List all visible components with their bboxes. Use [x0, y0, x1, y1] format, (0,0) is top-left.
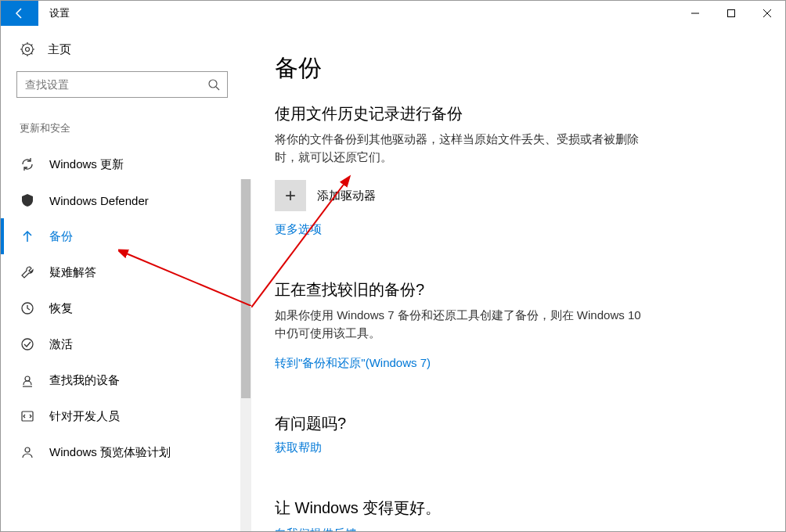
- section-text: 如果你使用 Windows 7 备份和还原工具创建了备份，则在 Windows …: [275, 307, 651, 342]
- location-icon: [20, 372, 35, 388]
- svg-point-22: [25, 448, 30, 452]
- add-drive-button[interactable]: +: [275, 180, 306, 211]
- sync-icon: [20, 156, 35, 172]
- go-to-backup-restore-link[interactable]: 转到"备份和还原"(Windows 7): [275, 356, 431, 371]
- section-title: 让 Windows 变得更好。: [275, 498, 754, 519]
- check-circle-icon: [20, 336, 35, 352]
- svg-line-10: [23, 45, 23, 45]
- section-file-history: 使用文件历史记录进行备份 将你的文件备份到其他驱动器，这样当原始文件丢失、受损或…: [275, 103, 754, 259]
- section-title: 有问题吗?: [275, 413, 754, 434]
- sidebar: 主页 更新和安全 Windows 更新 Windows Defender 备份: [1, 26, 251, 531]
- svg-point-5: [26, 48, 30, 52]
- section-text: 将你的文件备份到其他驱动器，这样当原始文件丢失、受损或者被删除时，就可以还原它们…: [275, 131, 651, 166]
- svg-point-4: [22, 44, 33, 55]
- svg-line-13: [23, 53, 23, 54]
- search-icon: [200, 78, 227, 91]
- minimize-button[interactable]: [677, 1, 713, 26]
- sidebar-item-recovery[interactable]: 恢复: [16, 290, 251, 326]
- svg-rect-1: [728, 10, 735, 17]
- nav-label: 查找我的设备: [49, 373, 120, 388]
- nav-list: Windows 更新 Windows Defender 备份 疑难解答 恢复 激…: [16, 146, 251, 470]
- history-icon: [20, 300, 35, 316]
- maximize-button[interactable]: [713, 1, 749, 26]
- window-controls: [677, 1, 785, 26]
- svg-point-19: [25, 376, 30, 381]
- sidebar-item-developers[interactable]: 针对开发人员: [16, 398, 251, 434]
- section-title: 使用文件历史记录进行备份: [275, 103, 754, 124]
- back-button[interactable]: [1, 1, 38, 26]
- titlebar: 设置: [1, 1, 785, 26]
- nav-label: Windows 更新: [49, 157, 124, 172]
- close-button[interactable]: [749, 1, 785, 26]
- add-drive-label: 添加驱动器: [317, 189, 376, 203]
- shield-icon: [20, 192, 35, 208]
- nav-label: 备份: [49, 229, 73, 244]
- nav-label: 针对开发人员: [49, 409, 120, 424]
- section-old-backup: 正在查找较旧的备份? 如果你使用 Windows 7 备份和还原工具创建了备份，…: [275, 279, 754, 393]
- nav-label: 恢复: [49, 301, 73, 316]
- nav-label: 激活: [49, 337, 73, 352]
- group-label: 更新和安全: [16, 121, 251, 135]
- nav-label: 疑难解答: [49, 265, 96, 280]
- content-area: 备份 使用文件历史记录进行备份 将你的文件备份到其他驱动器，这样当原始文件丢失、…: [251, 26, 785, 531]
- nav-label: Windows 预览体验计划: [49, 445, 171, 460]
- section-help: 有问题吗? 获取帮助: [275, 413, 754, 477]
- svg-point-14: [209, 80, 217, 88]
- search-box[interactable]: [16, 71, 228, 98]
- gear-icon: [20, 41, 35, 57]
- plus-icon: +: [285, 185, 296, 207]
- page-title: 备份: [275, 52, 754, 84]
- window-title: 设置: [49, 6, 70, 20]
- svg-line-15: [216, 87, 219, 90]
- sidebar-scrollbar[interactable]: [240, 179, 251, 531]
- svg-point-18: [22, 339, 33, 350]
- sidebar-item-defender[interactable]: Windows Defender: [16, 182, 251, 218]
- sidebar-item-windows-update[interactable]: Windows 更新: [16, 146, 251, 182]
- person-icon: [20, 444, 35, 460]
- more-options-link[interactable]: 更多选项: [275, 222, 322, 237]
- get-help-link[interactable]: 获取帮助: [275, 440, 322, 455]
- sidebar-item-find-device[interactable]: 查找我的设备: [16, 362, 251, 398]
- sidebar-item-troubleshoot[interactable]: 疑难解答: [16, 254, 251, 290]
- sidebar-item-activation[interactable]: 激活: [16, 326, 251, 362]
- code-icon: [20, 408, 35, 424]
- sidebar-item-insider[interactable]: Windows 预览体验计划: [16, 434, 251, 470]
- sidebar-item-backup[interactable]: 备份: [16, 218, 251, 254]
- nav-label: Windows Defender: [49, 194, 149, 207]
- search-input[interactable]: [17, 78, 200, 91]
- svg-line-11: [31, 53, 32, 54]
- home-link[interactable]: 主页: [16, 41, 251, 57]
- feedback-link[interactable]: 向我们提供反馈: [275, 527, 357, 531]
- backup-icon: [20, 228, 35, 244]
- add-drive-row: + 添加驱动器: [275, 180, 754, 211]
- section-title: 正在查找较旧的备份?: [275, 279, 754, 300]
- svg-line-12: [31, 45, 32, 45]
- scrollbar-thumb[interactable]: [241, 179, 251, 398]
- home-label: 主页: [48, 42, 71, 57]
- section-feedback: 让 Windows 变得更好。 向我们提供反馈: [275, 498, 754, 531]
- wrench-icon: [20, 264, 35, 280]
